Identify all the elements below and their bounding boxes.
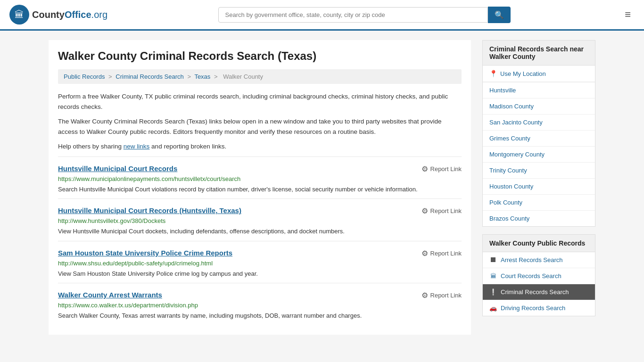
nearby-link-item: Houston County (483, 179, 595, 195)
description-2: The Walker County Criminal Records Searc… (58, 116, 462, 137)
record-header: Huntsville Municipal Court Records ⚙ Rep… (58, 165, 462, 173)
public-record-link-item: 🏛 Court Records Search (483, 268, 595, 284)
nearby-link[interactable]: Grimes County (483, 131, 595, 146)
report-link-label: Report Link (430, 250, 462, 257)
report-link-icon: ⚙ (421, 165, 428, 173)
public-record-link-label: Driving Records Search (501, 304, 565, 312)
nearby-link-item: Trinity County (483, 163, 595, 179)
report-link-button[interactable]: ⚙ Report Link (421, 291, 462, 300)
nearby-link[interactable]: Polk County (483, 195, 595, 210)
record-header: Walker County Arrest Warrants ⚙ Report L… (58, 291, 462, 300)
report-link-label: Report Link (430, 292, 462, 299)
nearby-link-item: Polk County (483, 195, 595, 211)
record-description: View Huntsville Municipal Court dockets,… (58, 227, 462, 236)
page-title: Walker County Criminal Records Search (T… (58, 49, 462, 63)
record-description: Search Huntsville Municipal Court violat… (58, 185, 462, 194)
new-links-link[interactable]: new links (124, 143, 150, 150)
report-link-label: Report Link (430, 165, 462, 173)
nearby-link[interactable]: Huntsville (483, 82, 595, 98)
use-location-label: Use My Location (500, 70, 546, 77)
record-url[interactable]: https://www.municipalonlinepayments.com/… (58, 175, 462, 182)
public-record-link[interactable]: 🏛 Court Records Search (483, 268, 595, 284)
logo-icon: 🏛 (9, 5, 29, 25)
nearby-link[interactable]: Trinity County (483, 163, 595, 178)
car-icon: 🚗 (489, 304, 497, 312)
search-area: 🔍 (218, 7, 511, 23)
square-icon (491, 257, 495, 262)
nearby-link-item: Madison County (483, 99, 595, 115)
record-title[interactable]: Huntsville Municipal Court Records (58, 165, 177, 173)
nearby-link-item: Montgomery County (483, 147, 595, 163)
sidebar-link-icon: ❕ (489, 288, 497, 296)
breadcrumb-criminal-records[interactable]: Criminal Records Search (116, 73, 184, 80)
nearby-links: HuntsvilleMadison CountySan Jacinto Coun… (483, 82, 595, 226)
logo-text: CountyOffice.org (32, 9, 107, 20)
nearby-links-list: 📍 Use My Location HuntsvilleMadison Coun… (483, 66, 595, 226)
report-link-icon: ⚙ (421, 291, 428, 300)
use-location-button[interactable]: 📍 Use My Location (483, 66, 595, 82)
public-record-link[interactable]: ❕ Criminal Records Search (483, 284, 595, 300)
description-1: Perform a free Walker County, TX public … (58, 91, 462, 112)
sidebar-link-icon (489, 256, 497, 263)
record-item: Walker County Arrest Warrants ⚙ Report L… (58, 283, 462, 325)
public-record-link-label: Arrest Records Search (501, 256, 563, 263)
public-record-link-item: 🚗 Driving Records Search (483, 300, 595, 316)
breadcrumb-walker-county: Walker County (223, 73, 263, 80)
nearby-link[interactable]: Madison County (483, 99, 595, 114)
breadcrumb-texas[interactable]: Texas (194, 73, 210, 80)
logo-area: 🏛 CountyOffice.org (9, 5, 107, 25)
public-record-link[interactable]: Arrest Records Search (483, 252, 595, 268)
nearby-link[interactable]: Brazos County (483, 211, 595, 226)
report-link-icon: ⚙ (421, 249, 428, 258)
nearby-link-item: Huntsville (483, 82, 595, 99)
record-item: Huntsville Municipal Court Records (Hunt… (58, 198, 462, 241)
main-content: Walker County Criminal Records Search (T… (49, 40, 471, 335)
sidebar-link-icon: 🚗 (489, 304, 497, 312)
report-link-icon: ⚙ (421, 206, 428, 215)
nearby-link[interactable]: Houston County (483, 179, 595, 194)
report-link-button[interactable]: ⚙ Report Link (421, 249, 462, 258)
nearby-section: Criminal Records Search near Walker Coun… (482, 40, 595, 227)
description-3: Help others by sharing new links and rep… (58, 141, 462, 152)
public-record-link-label: Court Records Search (501, 272, 561, 280)
search-input[interactable] (218, 7, 488, 23)
public-record-link[interactable]: 🚗 Driving Records Search (483, 300, 595, 316)
page-container: Walker County Criminal Records Search (T… (39, 31, 605, 344)
nearby-link[interactable]: San Jacinto County (483, 115, 595, 130)
public-record-link-label: Criminal Records Search (501, 288, 569, 296)
record-url[interactable]: http://www.huntsvilletx.gov/380/Dockets (58, 217, 462, 224)
nearby-link-item: Brazos County (483, 211, 595, 226)
record-item: Huntsville Municipal Court Records ⚙ Rep… (58, 156, 462, 199)
use-location-item: 📍 Use My Location (483, 66, 595, 82)
record-item: Sam Houston State University Police Crim… (58, 241, 462, 283)
record-url[interactable]: https://www.co.walker.tx.us/department/d… (58, 302, 462, 309)
record-title[interactable]: Sam Houston State University Police Crim… (58, 249, 232, 257)
exclaim-icon: ❕ (489, 288, 497, 296)
record-description: Search Walker County, Texas arrest warra… (58, 311, 462, 321)
public-records-links-list: Arrest Records Search 🏛 Court Records Se… (483, 252, 595, 316)
record-title[interactable]: Huntsville Municipal Court Records (Hunt… (58, 206, 241, 214)
site-header: 🏛 CountyOffice.org 🔍 ≡ (0, 0, 644, 31)
record-header: Sam Houston State University Police Crim… (58, 249, 462, 258)
report-link-button[interactable]: ⚙ Report Link (421, 165, 462, 173)
sidebar-link-icon: 🏛 (489, 272, 497, 280)
nearby-link-item: Grimes County (483, 131, 595, 147)
record-url[interactable]: http://www.shsu.edu/dept/public-safety/u… (58, 260, 462, 267)
report-link-label: Report Link (430, 207, 462, 214)
public-record-link-item: ❕ Criminal Records Search (483, 284, 595, 300)
record-header: Huntsville Municipal Court Records (Hunt… (58, 206, 462, 215)
sidebar: Criminal Records Search near Walker Coun… (482, 40, 595, 335)
breadcrumb-public-records[interactable]: Public Records (64, 73, 105, 80)
record-description: View Sam Houston State University Police… (58, 269, 462, 279)
nearby-section-header: Criminal Records Search near Walker Coun… (483, 41, 595, 66)
nearby-link[interactable]: Montgomery County (483, 147, 595, 162)
building-icon: 🏛 (490, 272, 496, 280)
records-list: Huntsville Municipal Court Records ⚙ Rep… (58, 156, 462, 325)
breadcrumb: Public Records > Criminal Records Search… (58, 69, 462, 84)
public-records-section: Walker County Public Records Arrest Reco… (482, 234, 595, 316)
report-link-button[interactable]: ⚙ Report Link (421, 206, 462, 215)
nearby-link-item: San Jacinto County (483, 115, 595, 131)
menu-button[interactable]: ≡ (621, 7, 635, 23)
search-button[interactable]: 🔍 (488, 7, 511, 23)
record-title[interactable]: Walker County Arrest Warrants (58, 291, 162, 299)
